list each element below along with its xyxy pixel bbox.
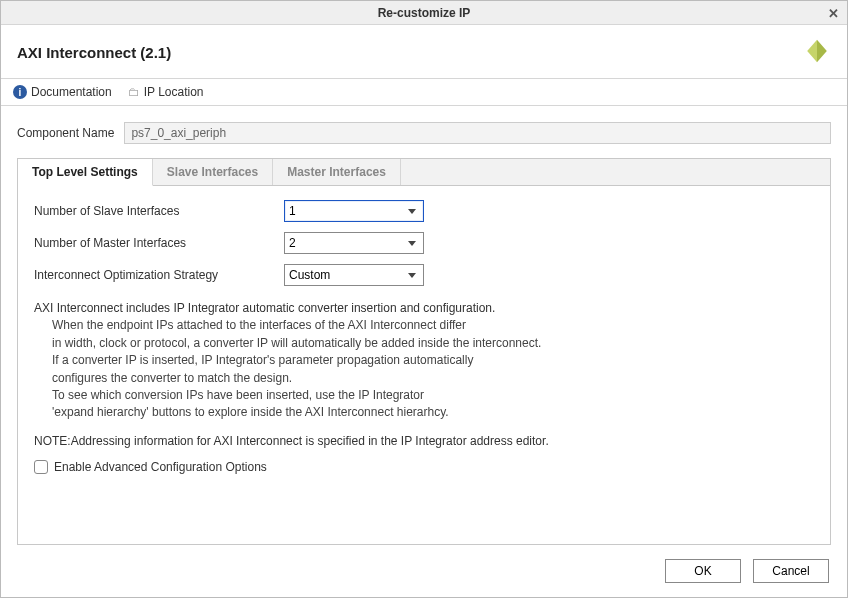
optimization-strategy-select[interactable]: Custom	[284, 264, 424, 286]
master-interfaces-label: Number of Master Interfaces	[34, 236, 284, 250]
desc-line: When the endpoint IPs attached to the in…	[34, 317, 814, 334]
toolbar: i Documentation 🗀 IP Location	[1, 78, 847, 106]
ok-button[interactable]: OK	[665, 559, 741, 583]
folder-icon: 🗀	[128, 85, 140, 99]
dialog-body: Component Name Top Level Settings Slave …	[1, 106, 847, 545]
advanced-options-label: Enable Advanced Configuration Options	[54, 460, 267, 474]
slave-interfaces-select[interactable]: 1	[284, 200, 424, 222]
tabstrip: Top Level Settings Slave Interfaces Mast…	[17, 158, 831, 186]
titlebar: Re-customize IP ✕	[1, 1, 847, 25]
optimization-strategy-label: Interconnect Optimization Strategy	[34, 268, 284, 282]
dialog-window: Re-customize IP ✕ AXI Interconnect (2.1)…	[0, 0, 848, 598]
slave-interfaces-select-wrap: 1	[284, 200, 424, 222]
page-title: AXI Interconnect (2.1)	[17, 44, 171, 61]
documentation-label: Documentation	[31, 85, 112, 99]
desc-line: 'expand hierarchy' buttons to explore in…	[34, 404, 814, 421]
ok-label: OK	[694, 564, 711, 578]
component-name-label: Component Name	[17, 126, 114, 140]
component-name-input[interactable]	[124, 122, 831, 144]
cancel-button[interactable]: Cancel	[753, 559, 829, 583]
slave-interfaces-row: Number of Slave Interfaces 1	[34, 200, 814, 222]
master-interfaces-select[interactable]: 2	[284, 232, 424, 254]
note-text: NOTE:Addressing information for AXI Inte…	[34, 434, 814, 448]
description-block: AXI Interconnect includes IP Integrator …	[34, 300, 814, 422]
close-icon[interactable]: ✕	[825, 5, 841, 21]
tab-label: Master Interfaces	[287, 165, 386, 179]
tab-content: Number of Slave Interfaces 1 Number of M…	[17, 186, 831, 545]
master-interfaces-select-wrap: 2	[284, 232, 424, 254]
dialog-header: AXI Interconnect (2.1)	[1, 25, 847, 78]
component-name-row: Component Name	[17, 122, 831, 144]
cancel-label: Cancel	[772, 564, 809, 578]
tab-top-level-settings[interactable]: Top Level Settings	[18, 159, 153, 186]
desc-intro: AXI Interconnect includes IP Integrator …	[34, 300, 814, 317]
tab-master-interfaces[interactable]: Master Interfaces	[273, 159, 401, 185]
tab-label: Top Level Settings	[32, 165, 138, 179]
master-interfaces-row: Number of Master Interfaces 2	[34, 232, 814, 254]
ip-location-label: IP Location	[144, 85, 204, 99]
desc-line: If a converter IP is inserted, IP Integr…	[34, 352, 814, 369]
tab-label: Slave Interfaces	[167, 165, 258, 179]
window-title: Re-customize IP	[378, 6, 471, 20]
documentation-link[interactable]: i Documentation	[13, 85, 112, 99]
desc-line: in width, clock or protocol, a converter…	[34, 335, 814, 352]
info-icon: i	[13, 85, 27, 99]
xilinx-logo-icon	[803, 37, 831, 68]
advanced-options-checkbox[interactable]	[34, 460, 48, 474]
optimization-strategy-select-wrap: Custom	[284, 264, 424, 286]
optimization-strategy-row: Interconnect Optimization Strategy Custo…	[34, 264, 814, 286]
tab-slave-interfaces[interactable]: Slave Interfaces	[153, 159, 273, 185]
advanced-options-row: Enable Advanced Configuration Options	[34, 460, 814, 474]
ip-location-link[interactable]: 🗀 IP Location	[128, 85, 204, 99]
slave-interfaces-label: Number of Slave Interfaces	[34, 204, 284, 218]
desc-line: To see which conversion IPs have been in…	[34, 387, 814, 404]
dialog-footer: OK Cancel	[1, 545, 847, 597]
desc-line: configures the converter to match the de…	[34, 370, 814, 387]
